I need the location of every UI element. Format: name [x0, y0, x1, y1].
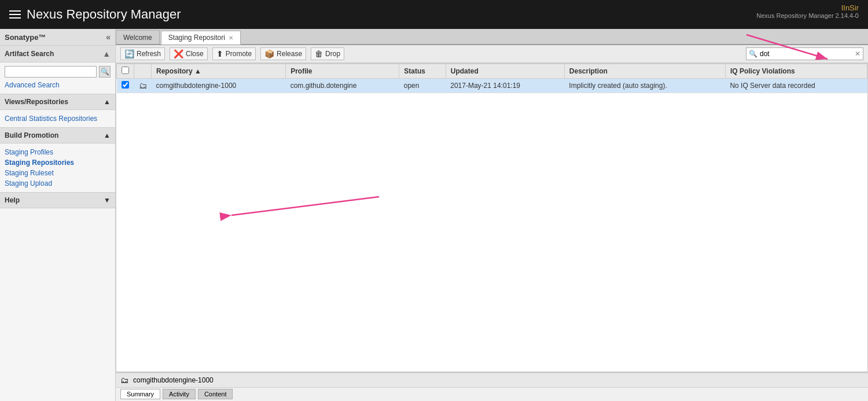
- views-label: Views/Repositories: [5, 98, 68, 106]
- row-status: open: [399, 79, 446, 93]
- sidebar-brand-label: Sonatype™: [5, 33, 46, 42]
- col-profile[interactable]: Profile: [286, 64, 399, 79]
- staging-ruleset-link[interactable]: Staging Ruleset: [5, 168, 111, 178]
- bottom-tab-activity[interactable]: Activity: [163, 389, 196, 399]
- main-content: Welcome Staging Repositori ✕ 🔄 Refresh ❌…: [116, 29, 868, 401]
- sidebar-artifact-search-header[interactable]: Artifact Search ▲: [0, 46, 115, 62]
- close-label: Close: [186, 50, 204, 58]
- table-area: Repository ▲ Profile Status Updated: [116, 63, 868, 372]
- repo-icon: 🗂: [139, 81, 147, 90]
- drop-button[interactable]: 🗑 Drop: [311, 47, 344, 60]
- col-status[interactable]: Status: [399, 64, 446, 79]
- advanced-search-link[interactable]: Advanced Search: [5, 80, 111, 90]
- table-search-box: 🔍 ✕: [746, 47, 863, 60]
- row-repository: comgithubdotengine-1000: [152, 79, 286, 93]
- toolbar: 🔄 Refresh ❌ Close ⬆ Promote 📦 Release 🗑: [116, 45, 868, 63]
- bottom-panel-repo-name: comgithubdotengine-1000: [133, 376, 214, 384]
- help-label: Help: [5, 196, 20, 204]
- promote-button[interactable]: ⬆ Promote: [212, 47, 256, 60]
- row-description: Implicitly created (auto staging).: [564, 79, 725, 93]
- drop-label: Drop: [325, 50, 340, 58]
- drop-icon: 🗑: [315, 49, 323, 58]
- refresh-button[interactable]: 🔄 Refresh: [120, 47, 165, 60]
- sidebar-views-header[interactable]: Views/Repositories ▲: [0, 94, 115, 110]
- row-icon-cell: 🗂: [134, 79, 152, 93]
- table-search-clear-icon[interactable]: ✕: [855, 50, 860, 58]
- promote-icon: ⬆: [216, 49, 223, 58]
- tabs-bar: Welcome Staging Repositori ✕: [116, 29, 868, 45]
- tab-welcome-label: Welcome: [123, 34, 152, 42]
- select-all-checkbox[interactable]: [122, 67, 129, 74]
- staging-repositories-link[interactable]: Staging Repositories: [5, 157, 111, 168]
- close-icon: ❌: [174, 49, 183, 58]
- row-iqpolicy: No IQ Server data recorded: [725, 79, 867, 93]
- app-version: Nexus Repository Manager 2.14.4-0: [756, 12, 859, 19]
- app-header: Nexus Repository Manager IInSir Nexus Re…: [0, 0, 868, 29]
- artifact-search-body: 🔍 Advanced Search: [0, 62, 115, 94]
- row-checkbox-cell[interactable]: [117, 79, 134, 93]
- release-icon: 📦: [264, 49, 274, 58]
- bottom-tabs: Summary Activity Content: [116, 388, 868, 400]
- views-collapse-icon: ▲: [104, 98, 111, 106]
- central-statistics-link[interactable]: Central Statistics Repositories: [5, 113, 111, 124]
- artifact-search-input[interactable]: [5, 66, 97, 78]
- tab-welcome[interactable]: Welcome: [116, 30, 160, 44]
- col-description[interactable]: Description: [564, 64, 725, 79]
- help-collapse-icon: ▼: [104, 196, 111, 204]
- artifact-search-collapse-icon: ▲: [102, 49, 111, 58]
- table-search-icon: 🔍: [749, 50, 757, 58]
- col-updated[interactable]: Updated: [446, 64, 564, 79]
- promote-label: Promote: [226, 50, 252, 58]
- bottom-tab-summary[interactable]: Summary: [120, 389, 160, 399]
- staging-table: Repository ▲ Profile Status Updated: [116, 64, 867, 93]
- sidebar-help-header[interactable]: Help ▼: [0, 192, 115, 208]
- logo-area: Nexus Repository Manager: [9, 7, 181, 22]
- table-row[interactable]: 🗂 comgithubdotengine-1000 com.github.dot…: [117, 79, 867, 93]
- release-label: Release: [277, 50, 302, 58]
- search-row: 🔍: [5, 66, 111, 78]
- bottom-panel-header: 🗂 comgithubdotengine-1000: [116, 373, 868, 388]
- hamburger-icon[interactable]: [9, 10, 21, 19]
- sidebar: Sonatype™ « Artifact Search ▲ 🔍 Advanced…: [0, 29, 116, 401]
- staging-upload-link[interactable]: Staging Upload: [5, 178, 111, 189]
- bottom-panel: 🗂 comgithubdotengine-1000 Summary Activi…: [116, 372, 868, 401]
- staging-profiles-link[interactable]: Staging Profiles: [5, 147, 111, 157]
- col-checkbox[interactable]: [117, 64, 134, 79]
- table-search-input[interactable]: [760, 50, 852, 58]
- col-repository[interactable]: Repository ▲: [152, 64, 286, 79]
- build-promotion-label: Build Promotion: [5, 131, 58, 139]
- release-button[interactable]: 📦 Release: [260, 47, 306, 60]
- views-body: Central Statistics Repositories: [0, 110, 115, 127]
- user-info: IInSir Nexus Repository Manager 2.14.4-0: [756, 3, 859, 19]
- bottom-tab-content[interactable]: Content: [198, 389, 233, 399]
- tab-staging-close-icon[interactable]: ✕: [229, 35, 233, 41]
- app-title: Nexus Repository Manager: [27, 7, 181, 22]
- col-iqpolicy[interactable]: IQ Policy Violations: [725, 64, 867, 79]
- tab-staging-repositories[interactable]: Staging Repositori ✕: [161, 31, 241, 45]
- build-promotion-collapse-icon: ▲: [104, 131, 111, 139]
- username: IInSir: [756, 3, 859, 12]
- artifact-search-label: Artifact Search: [5, 50, 54, 58]
- build-promotion-body: Staging Profiles Staging Repositories St…: [0, 144, 115, 192]
- table-header-row: Repository ▲ Profile Status Updated: [117, 64, 867, 79]
- refresh-label: Refresh: [137, 50, 161, 58]
- col-icon: [134, 64, 152, 79]
- sidebar-build-promotion-header[interactable]: Build Promotion ▲: [0, 127, 115, 144]
- main-wrapper: Welcome Staging Repositori ✕ 🔄 Refresh ❌…: [116, 29, 868, 401]
- tab-staging-label: Staging Repositori: [168, 34, 225, 42]
- row-profile: com.github.dotengine: [286, 79, 399, 93]
- bottom-panel-icon: 🗂: [120, 376, 128, 385]
- sidebar-brand-header: Sonatype™ «: [0, 29, 115, 46]
- sidebar-collapse-btn[interactable]: «: [106, 32, 111, 42]
- close-button[interactable]: ❌ Close: [170, 47, 208, 60]
- refresh-icon: 🔄: [124, 49, 134, 58]
- row-checkbox[interactable]: [122, 81, 129, 89]
- row-updated: 2017-May-21 14:01:19: [446, 79, 564, 93]
- artifact-search-button[interactable]: 🔍: [99, 66, 111, 78]
